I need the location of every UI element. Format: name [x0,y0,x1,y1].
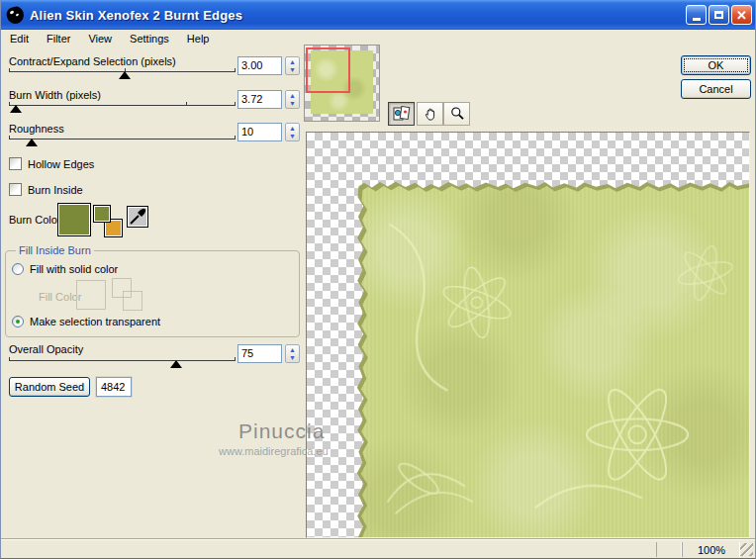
maximize-button[interactable] [709,5,729,25]
floral-texture [360,185,749,537]
burn-inside-label: Burn Inside [28,184,83,196]
menu-edit[interactable]: Edit [1,32,38,46]
title-bar[interactable]: Alien Skin Xenofex 2 Burnt Edges ✕ [1,0,755,30]
burn-width-slider-thumb[interactable] [10,105,22,113]
resize-grip[interactable] [740,543,753,556]
overall-opacity-slider-thumb[interactable] [170,360,182,368]
overall-opacity-label: Overall Opacity [9,343,83,355]
spin-up-icon[interactable]: ▲ [286,91,299,100]
burn-color-primary-swatch[interactable] [57,203,91,236]
make-transparent-label: Make selection transparent [30,316,160,327]
menu-help[interactable]: Help [178,32,219,46]
burn-width-slider[interactable] [9,105,236,106]
magnifier-icon [449,106,465,122]
status-spacer-panel [656,542,682,557]
roughness-slider-thumb[interactable] [26,139,38,146]
roughness-label: Roughness [9,123,64,135]
hollow-edges-label: Hollow Edges [28,158,94,170]
eyedropper-icon [128,207,147,227]
close-button[interactable]: ✕ [731,5,752,25]
contract-expand-slider[interactable] [9,71,236,72]
burn-color-small-green-swatch[interactable] [93,205,111,223]
preview-toggle-button[interactable] [388,102,415,126]
overall-opacity-input[interactable]: 75 [237,344,282,363]
fill-color-label: Fill Color [39,291,81,303]
roughness-spinner[interactable]: ▲▼ [285,123,300,141]
fill-color-swatch-disabled [76,280,106,310]
spin-down-icon[interactable]: ▼ [286,100,299,109]
random-seed-value[interactable]: 4842 [96,377,132,397]
spin-up-icon[interactable]: ▲ [286,124,299,133]
burn-color-label: Burn Color [9,214,61,226]
roughness-input[interactable]: 10 [237,123,282,141]
eyedropper-button[interactable] [127,206,148,228]
spin-down-icon[interactable]: ▼ [286,133,299,141]
menu-view[interactable]: View [79,32,121,46]
burn-width-label: Burn Width (pixels) [9,89,101,101]
minimize-icon [693,18,701,21]
fill-color-small-swatch2-disabled [123,291,142,311]
main-preview-canvas[interactable] [306,132,750,538]
spin-down-icon[interactable]: ▼ [286,66,299,75]
minimize-button[interactable] [686,5,707,25]
navigator-selection-rect[interactable] [306,47,350,93]
contract-expand-input[interactable]: 3.00 [237,56,282,75]
spin-up-icon[interactable]: ▲ [286,57,299,66]
burn-inside-checkbox[interactable] [9,183,22,196]
fill-solid-color-label: Fill with solid color [30,263,118,275]
pan-tool-button[interactable] [417,102,443,126]
burn-width-input[interactable]: 3.72 [237,90,282,109]
spin-down-icon[interactable]: ▼ [286,354,299,363]
make-transparent-radio[interactable] [12,316,24,327]
fill-inside-burn-title: Fill Inside Burn [16,244,94,256]
maximize-icon [714,11,723,19]
menu-filter[interactable]: Filter [38,32,79,46]
overall-opacity-spinner[interactable]: ▲▼ [285,344,300,363]
plugin-dialog: Alien Skin Xenofex 2 Burnt Edges ✕ Edit … [0,0,756,559]
hand-icon [423,106,438,123]
contract-expand-label: Contract/Expand Selection (pixels) [9,55,176,67]
hollow-edges-checkbox[interactable] [9,157,22,170]
window-title: Alien Skin Xenofex 2 Burnt Edges [30,8,242,23]
random-seed-button[interactable]: Random Seed [9,377,90,397]
preview-toggle-icon [393,106,411,122]
burn-width-spinner[interactable]: ▲▼ [285,90,300,109]
watermark-url: www.maidiregrafica.eu [219,445,329,457]
navigator-thumbnail[interactable] [304,45,380,122]
slider-tick [186,102,187,106]
alien-skin-logo-icon [7,7,24,24]
cancel-button[interactable]: Cancel [681,79,751,99]
zoom-level-indicator: 100% [682,542,740,557]
watermark-name: Pinuccia [238,419,325,443]
status-bar: 100% [1,538,755,558]
zoom-tool-button[interactable] [443,102,470,126]
contract-expand-slider-thumb[interactable] [119,71,131,79]
spin-up-icon[interactable]: ▲ [286,345,299,354]
preview-image [360,185,749,537]
ok-button[interactable]: OK [681,55,751,75]
close-icon: ✕ [736,9,747,22]
menu-settings[interactable]: Settings [121,32,178,46]
roughness-slider[interactable] [9,139,236,140]
overall-opacity-slider[interactable] [9,360,236,361]
fill-solid-color-radio[interactable] [12,263,24,275]
contract-expand-spinner[interactable]: ▲▼ [285,56,300,75]
fill-inside-burn-group: Fill Inside Burn Fill with solid color F… [5,250,300,337]
